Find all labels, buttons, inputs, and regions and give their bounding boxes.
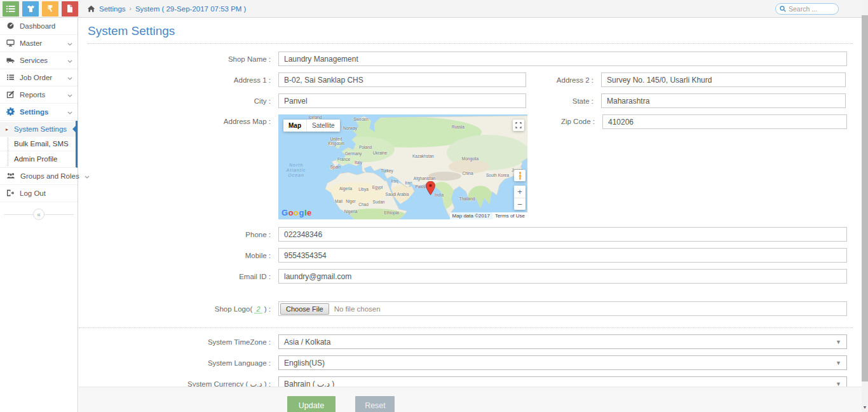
users-icon	[6, 172, 15, 181]
map-label: Thailand	[459, 196, 475, 201]
timezone-label: System TimeZone :	[79, 338, 276, 346]
zip-input[interactable]	[602, 114, 847, 129]
chevron-down-icon	[67, 91, 72, 99]
map-label: Niger	[346, 199, 356, 203]
zoom-in-button[interactable]: +	[514, 186, 526, 198]
home-icon	[87, 5, 95, 13]
gauge-icon	[6, 22, 15, 31]
sidebar-collapse-button[interactable]: «	[33, 209, 44, 220]
scroll-down-arrow[interactable]: ▼	[862, 405, 868, 409]
settings-submenu: ▸ System Settings Bulk Email, SMS Admin …	[0, 121, 78, 168]
top-bar: ₹ Settings › System ( 29-Sep-2017 07:53 …	[0, 0, 862, 18]
scrollbar-thumb[interactable]	[862, 15, 868, 381]
phone-row: Phone :	[79, 227, 862, 242]
map-label: Ukraine	[373, 151, 387, 155]
submenu-item-label: Admin Profile	[14, 155, 57, 163]
map-label: Turkey	[381, 168, 393, 173]
page-title: System Settings	[88, 24, 862, 38]
map-label: Sweden	[353, 117, 369, 121]
choose-file-button[interactable]: Choose File	[280, 303, 329, 315]
sidebar-item-label: Groups and Roles	[20, 172, 79, 180]
timezone-row: System TimeZone : Asia / Kolkata▼	[79, 334, 862, 349]
shop-name-input[interactable]	[278, 52, 847, 66]
pegman-icon[interactable]	[514, 170, 526, 181]
sidebar-item-settings[interactable]: Settings	[0, 104, 78, 121]
email-input[interactable]	[278, 269, 847, 284]
breadcrumb-current-page[interactable]: System ( 29-Sep-2017 07:53 PM )	[135, 5, 247, 13]
chevron-down-icon	[67, 57, 72, 64]
map-label: Iraq	[391, 179, 398, 183]
sidebar-item-reports[interactable]: Reports	[0, 86, 78, 104]
app-window: ₹ Settings › System ( 29-Sep-2017 07:53 …	[0, 0, 868, 412]
caret-right-icon: ▸	[6, 127, 8, 132]
map-label: France	[337, 157, 350, 161]
sidebar-item-dashboard[interactable]: Dashboard	[0, 18, 78, 35]
laundry-button[interactable]	[22, 1, 39, 17]
map-label: Egypt	[372, 185, 383, 189]
map-label: China	[463, 171, 473, 175]
list-icon	[6, 73, 15, 83]
map-view-button[interactable]: Map	[283, 120, 306, 132]
sidebar-item-label: Master	[20, 39, 62, 47]
reset-button[interactable]: Reset	[355, 396, 395, 412]
email-row: Email ID :	[79, 269, 862, 284]
google-map[interactable]: IcelandSwedenNorwayRussiaUnited KingdomP…	[278, 114, 527, 219]
city-input[interactable]	[278, 93, 526, 108]
map-attribution: Map data ©2017 Terms of Use	[450, 212, 527, 219]
logout-icon	[6, 189, 15, 198]
sidebar-item-job-order[interactable]: Job Order	[0, 69, 78, 86]
chevron-down-icon	[67, 108, 72, 116]
search-input[interactable]	[789, 5, 833, 13]
sidebar: Dashboard Master Services Job Order Repo…	[0, 18, 78, 412]
address2-label: Address 2 :	[526, 76, 599, 84]
address1-input[interactable]	[278, 72, 526, 87]
breadcrumb-separator: ›	[130, 5, 132, 12]
rupee-icon: ₹	[48, 4, 53, 13]
map-label: Spain	[330, 165, 341, 169]
map-label: Saudi Arabia	[386, 192, 409, 196]
map-label: South Korea	[486, 173, 509, 177]
shop-logo-thumbnail: 2	[254, 305, 262, 313]
shop-logo-file-field: Choose File No file chosen	[278, 301, 847, 316]
sidebar-item-label: Job Order	[20, 74, 62, 81]
fullscreen-icon[interactable]	[513, 120, 524, 131]
documents-button[interactable]	[62, 1, 78, 17]
sidebar-item-services[interactable]: Services	[0, 52, 78, 69]
map-type-control: Map Satellite	[283, 120, 340, 132]
shop-name-label: Shop Name :	[79, 55, 276, 63]
city-label: City :	[79, 97, 276, 105]
search-box	[775, 3, 839, 15]
shop-name-row: Shop Name :	[79, 52, 862, 66]
satellite-view-button[interactable]: Satellite	[306, 120, 340, 132]
map-data-text: Map data ©2017	[450, 212, 492, 219]
terms-of-use-link[interactable]: Terms of Use	[492, 212, 527, 219]
sidebar-item-groups-and-roles[interactable]: Groups and Roles	[0, 168, 78, 185]
map-label: Nigeria	[344, 209, 358, 214]
phone-input[interactable]	[278, 227, 847, 242]
mobile-input[interactable]	[278, 248, 847, 263]
payments-button[interactable]: ₹	[42, 1, 58, 17]
vertical-scrollbar: ▼	[862, 0, 868, 412]
chevron-down-icon	[67, 39, 72, 47]
submenu-item-bulk-email-sms[interactable]: Bulk Email, SMS	[0, 137, 76, 151]
chevron-down-icon: ▼	[836, 360, 841, 366]
submenu-item-admin-profile[interactable]: Admin Profile	[0, 151, 76, 166]
breadcrumb-settings-link[interactable]: Settings	[99, 5, 126, 13]
mobile-label: Mobile :	[79, 252, 276, 259]
state-input[interactable]	[601, 93, 846, 108]
sidebar-item-master[interactable]: Master	[0, 35, 78, 52]
language-select[interactable]: English(US)▼	[278, 355, 847, 370]
sidebar-item-log-out[interactable]: Log Out	[0, 185, 78, 202]
menu-button[interactable]	[3, 1, 19, 17]
update-button[interactable]: Update	[287, 396, 336, 412]
timezone-select[interactable]: Asia / Kolkata▼	[278, 334, 847, 349]
search-icon	[780, 3, 786, 15]
address2-input[interactable]	[601, 72, 846, 87]
map-marker-pin[interactable]	[426, 181, 435, 198]
submenu-item-label: System Settings	[14, 125, 67, 133]
map-label: North Atlantic Ocean	[287, 163, 306, 178]
submenu-item-system-settings[interactable]: ▸ System Settings	[0, 122, 76, 137]
sidebar-item-label: Settings	[20, 108, 62, 116]
map-label: Mali	[335, 199, 342, 203]
zoom-out-button[interactable]: −	[514, 198, 526, 210]
